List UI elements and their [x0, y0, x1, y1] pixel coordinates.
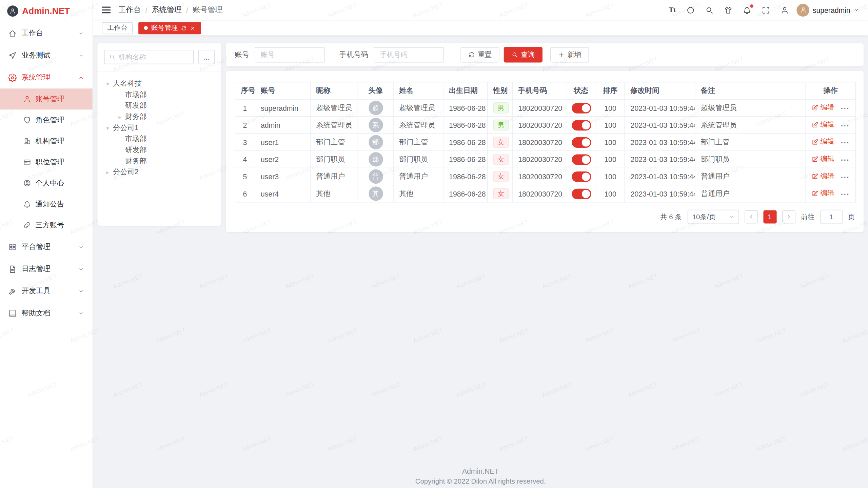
tree-node[interactable]: 市场部 — [102, 89, 217, 100]
breadcrumb-item[interactable]: 系统管理 — [152, 5, 182, 15]
table-cell: 2 — [235, 117, 255, 134]
table-cell — [566, 99, 596, 117]
edit-button[interactable]: 编辑 — [811, 172, 834, 181]
accounts-table: 序号账号昵称头像姓名出生日期性别手机号码状态排序修改时间备注操作 1supera… — [235, 82, 856, 203]
sidebar-item[interactable]: 日志管理 — [0, 258, 93, 280]
column-header: 排序 — [596, 82, 625, 99]
tree-node[interactable]: ▸分公司2 — [102, 166, 217, 178]
breadcrumb-item[interactable]: 账号管理 — [193, 5, 222, 15]
tree-node[interactable]: 财务部 — [102, 156, 217, 167]
tree-node-label: 财务部 — [125, 112, 147, 122]
org-search-input[interactable] — [118, 53, 189, 61]
sidebar-item[interactable]: 业务测试 — [0, 44, 93, 66]
status-toggle[interactable] — [572, 120, 591, 130]
row-more-button[interactable]: ··· — [841, 104, 850, 113]
table-cell: 5 — [235, 168, 255, 185]
chevron-right-icon — [786, 214, 791, 220]
edit-button[interactable]: 编辑 — [811, 189, 834, 198]
tab-close-icon[interactable] — [190, 25, 195, 30]
row-more-button[interactable]: ··· — [841, 173, 850, 181]
tab-active[interactable]: 账号管理 — [138, 22, 201, 34]
sidebar-subitem[interactable]: 机构管理 — [0, 130, 93, 151]
page-size-select[interactable]: 10条/页 — [687, 210, 739, 224]
sidebar-subitem-label: 角色管理 — [35, 115, 64, 125]
column-header: 姓名 — [393, 82, 443, 99]
next-page-button[interactable] — [782, 210, 795, 223]
edit-label: 编辑 — [821, 120, 834, 130]
sidebar-subitem[interactable]: 个人中心 — [0, 172, 93, 194]
sidebar-subitem[interactable]: 账号管理 — [0, 88, 93, 109]
tree-node[interactable]: 市场部 — [102, 133, 217, 144]
theme-icon[interactable] — [724, 6, 732, 14]
table-cell: user1 — [255, 134, 310, 151]
edit-button[interactable]: 编辑 — [811, 137, 834, 147]
table-cell: 100 — [596, 185, 625, 202]
goto-page-input[interactable] — [820, 210, 842, 224]
sidebar-item[interactable]: 工作台 — [0, 22, 93, 44]
profile-icon[interactable] — [781, 6, 789, 14]
logo-user-icon — [9, 8, 16, 15]
status-toggle[interactable] — [572, 171, 591, 182]
search-icon[interactable] — [705, 6, 713, 14]
fullscreen-icon[interactable] — [762, 6, 770, 14]
sidebar-subitem[interactable]: 通知公告 — [0, 194, 93, 215]
table-cell — [566, 117, 596, 134]
search-icon — [512, 52, 518, 58]
table-cell: 部门职员 — [393, 151, 443, 168]
tree-node[interactable]: 研发部 — [102, 144, 217, 156]
search-button[interactable]: 查询 — [504, 47, 542, 63]
tab-refresh-icon[interactable] — [181, 25, 186, 30]
org-more-button[interactable]: … — [198, 50, 215, 64]
page-button-current[interactable]: 1 — [763, 210, 776, 223]
sidebar-item[interactable]: 平台管理 — [0, 236, 93, 258]
status-toggle[interactable] — [572, 137, 591, 147]
row-more-button[interactable]: ··· — [841, 139, 850, 147]
gender-tag: 女 — [493, 137, 509, 148]
phone-input[interactable] — [374, 47, 444, 63]
sidebar-item[interactable]: 帮助文档 — [0, 302, 93, 324]
add-button[interactable]: 新增 — [550, 47, 589, 63]
gender-tag: 女 — [493, 154, 509, 165]
tree-node[interactable]: ▾大名科技 — [102, 78, 217, 89]
reset-button[interactable]: 重置 — [460, 47, 499, 63]
tab-item[interactable]: 工作台 — [102, 22, 133, 34]
row-more-button[interactable]: ··· — [841, 156, 850, 164]
account-input[interactable] — [255, 47, 325, 63]
edit-button[interactable]: 编辑 — [811, 103, 834, 113]
table-cell: 普通用户 — [695, 168, 806, 185]
status-toggle[interactable] — [572, 188, 591, 199]
row-more-button[interactable]: ··· — [841, 122, 850, 130]
table-cell: 1986-06-28 — [443, 117, 488, 134]
table-cell: 超级管理员 — [393, 99, 443, 117]
goto-prefix: 前往 — [801, 212, 815, 222]
status-toggle[interactable] — [572, 154, 591, 165]
notifications-icon[interactable] — [743, 6, 751, 14]
table-cell: 系 — [358, 117, 393, 134]
tree-node[interactable]: ▾分公司1 — [102, 122, 217, 134]
sidebar-subitem[interactable]: 三方账号 — [0, 215, 93, 236]
avatar — [796, 4, 809, 17]
font-size-icon[interactable]: Tt — [669, 5, 676, 14]
tree-node[interactable]: ▸财务部 — [102, 111, 217, 122]
status-toggle[interactable] — [572, 103, 591, 113]
breadcrumb-item[interactable]: 工作台 — [118, 5, 141, 15]
component-size-icon[interactable] — [687, 6, 695, 14]
menu-collapse-icon[interactable] — [102, 7, 111, 14]
app-window: Admin.NET 工作台业务测试系统管理账号管理角色管理机构管理职位管理个人中… — [0, 0, 868, 488]
sidebar-subitem[interactable]: 职位管理 — [0, 151, 93, 172]
person-circle-icon — [23, 179, 31, 187]
column-header: 操作 — [806, 82, 855, 99]
edit-button[interactable]: 编辑 — [811, 155, 834, 164]
sidebar-item[interactable]: 系统管理 — [0, 66, 93, 88]
table-cell: 100 — [596, 99, 625, 117]
row-more-button[interactable]: ··· — [841, 190, 850, 198]
sidebar-subitem[interactable]: 角色管理 — [0, 109, 93, 130]
table-cell: 2023-01-03 10:59:44 — [625, 117, 695, 134]
table-cell: 其他 — [393, 185, 443, 202]
user-menu[interactable]: superadmin — [796, 4, 859, 17]
tree-node[interactable]: 研发部 — [102, 100, 217, 111]
edit-button[interactable]: 编辑 — [811, 120, 834, 130]
prev-page-button[interactable] — [744, 210, 757, 223]
org-search-field[interactable] — [104, 50, 194, 64]
sidebar-item[interactable]: 开发工具 — [0, 280, 93, 302]
